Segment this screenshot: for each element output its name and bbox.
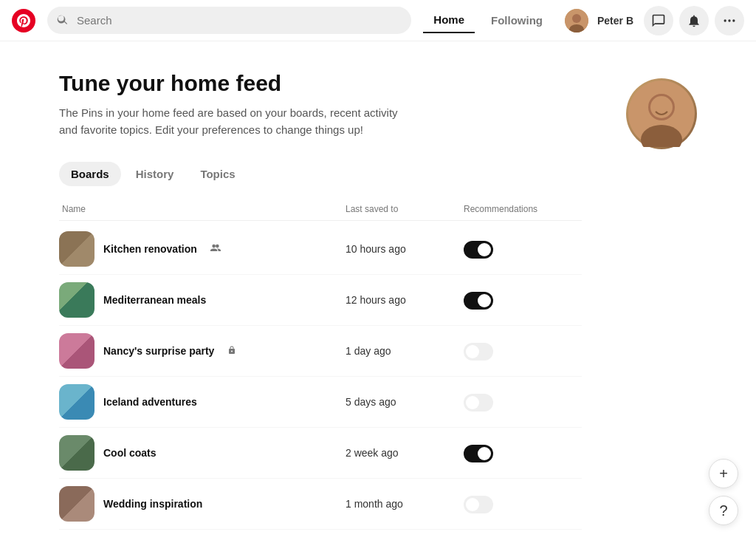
more-options-button[interactable]	[715, 6, 744, 35]
fab-area: + ?	[709, 459, 738, 525]
last-saved-text: 10 hours ago	[346, 243, 464, 255]
table-header: Name Last saved to Recommendations	[59, 198, 582, 221]
board-info: Cool coats	[59, 435, 346, 471]
content-area: Tune your home feed The Pins in your hom…	[59, 71, 582, 530]
messages-button[interactable]	[644, 6, 673, 35]
table-row: Cool coats 2 week ago	[59, 428, 582, 479]
nav-following[interactable]: Following	[481, 8, 553, 33]
recommendations-toggle[interactable]	[464, 292, 493, 310]
col-last-saved: Last saved to	[346, 204, 464, 214]
recommendations-toggle[interactable]	[464, 445, 493, 462]
col-name: Name	[59, 204, 346, 214]
board-thumbnail	[59, 435, 94, 471]
search-bar	[47, 7, 411, 34]
table-row: Iceland adventures 5 days ago	[59, 377, 582, 428]
last-saved-text: 12 hours ago	[346, 294, 464, 306]
board-thumbnail	[59, 486, 94, 522]
board-info: Iceland adventures	[59, 384, 346, 420]
last-saved-text: 1 month ago	[346, 498, 464, 510]
profile-avatar-area	[626, 71, 697, 530]
recommendations-toggle[interactable]	[464, 343, 493, 361]
navbar: Home Following Peter B	[0, 0, 756, 41]
last-saved-text: 1 day ago	[346, 345, 464, 357]
tab-history[interactable]: History	[124, 162, 186, 186]
board-name: Kitchen renovation	[103, 243, 197, 255]
nav-home[interactable]: Home	[423, 7, 475, 33]
toggle-cell	[464, 443, 582, 462]
profile-avatar[interactable]	[626, 78, 697, 149]
toggle-cell	[464, 239, 582, 259]
board-info: Mediterranean meals	[59, 282, 346, 318]
board-name: Wedding inspiration	[103, 498, 202, 510]
tab-topics[interactable]: Topics	[188, 162, 247, 186]
recommendations-toggle[interactable]	[464, 496, 493, 513]
help-fab[interactable]: ?	[709, 496, 738, 525]
avatar[interactable]	[565, 9, 588, 33]
page-title: Tune your home feed	[59, 71, 582, 96]
lock-icon	[227, 346, 236, 357]
main-content: Tune your home feed The Pins in your hom…	[0, 41, 756, 543]
page-description: The Pins in your home feed are based on …	[59, 105, 399, 138]
board-thumbnail	[59, 282, 94, 318]
tab-boards[interactable]: Boards	[59, 162, 121, 186]
pinterest-logo[interactable]	[12, 9, 35, 33]
search-icon	[56, 13, 68, 28]
board-info: Wedding inspiration	[59, 486, 346, 522]
toggle-cell	[464, 290, 582, 310]
search-input[interactable]	[47, 7, 411, 34]
toggle-cell	[464, 494, 582, 513]
table-row: Wedding inspiration 1 month ago	[59, 479, 582, 530]
boards-table: Name Last saved to Recommendations Kitch…	[59, 198, 582, 530]
board-name: Iceland adventures	[103, 396, 197, 408]
table-row: Nancy's surprise party 1 day ago	[59, 326, 582, 377]
col-recommendations: Recommendations	[464, 204, 582, 214]
table-row: Kitchen renovation 10 hours ago	[59, 224, 582, 275]
table-row: Mediterranean meals 12 hours ago	[59, 275, 582, 326]
notifications-button[interactable]	[679, 6, 709, 35]
username-label[interactable]: Peter B	[593, 12, 638, 30]
board-thumbnail	[59, 384, 94, 420]
svg-point-3	[724, 19, 726, 21]
toggle-cell	[464, 392, 582, 411]
collab-icon	[210, 243, 221, 256]
last-saved-text: 5 days ago	[346, 396, 464, 408]
board-info: Nancy's surprise party	[59, 333, 346, 369]
recommendations-toggle[interactable]	[464, 241, 493, 259]
recommendations-toggle[interactable]	[464, 394, 493, 411]
board-name: Nancy's surprise party	[103, 345, 214, 357]
last-saved-text: 2 week ago	[346, 447, 464, 459]
tabs-bar: Boards History Topics	[59, 162, 582, 186]
nav-links: Home Following Peter B	[423, 6, 744, 35]
svg-point-1	[572, 14, 581, 23]
board-rows: Kitchen renovation 10 hours ago Mediterr…	[59, 224, 582, 530]
board-name: Mediterranean meals	[103, 294, 206, 306]
board-thumbnail	[59, 231, 94, 267]
svg-point-5	[732, 19, 735, 21]
svg-point-4	[728, 19, 730, 21]
board-thumbnail	[59, 333, 94, 369]
add-fab[interactable]: +	[709, 459, 738, 488]
board-name: Cool coats	[103, 447, 157, 459]
board-info: Kitchen renovation	[59, 231, 346, 267]
toggle-cell	[464, 341, 582, 361]
